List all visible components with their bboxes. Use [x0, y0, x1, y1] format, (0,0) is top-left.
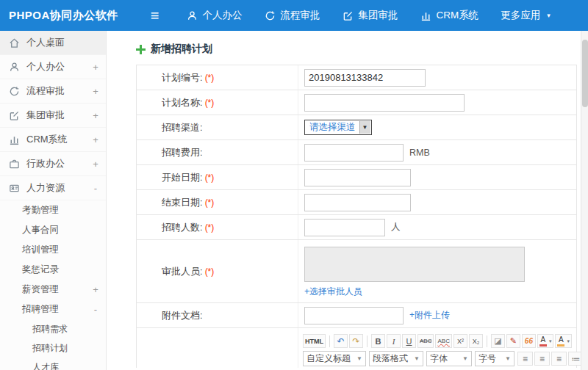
start-date-input[interactable] [304, 169, 411, 186]
expand-toggle[interactable]: + [91, 159, 100, 170]
headcount-input[interactable] [304, 219, 385, 236]
align-left-icon[interactable]: ≡ [517, 352, 533, 366]
page-title: 新增招聘计划 [136, 43, 579, 56]
sidebar-item-salary[interactable]: 薪资管理 + [0, 280, 106, 300]
field-label: 开始日期: [162, 171, 203, 184]
sidebar-item-workflow-approval[interactable]: 流程审批 + [0, 79, 106, 104]
attachment-upload-link[interactable]: +附件上传 [409, 309, 450, 322]
sidebar-item-group-approval[interactable]: 集团审批 + [0, 104, 106, 128]
sidebar-item-rewards[interactable]: 奖惩记录 [0, 260, 106, 280]
underline-button[interactable]: U [402, 334, 416, 348]
sidebar-item-training[interactable]: 培训管理 [0, 240, 106, 260]
topnav-label: 流程审批 [281, 9, 320, 22]
topnav-label: 集团审批 [359, 9, 398, 22]
align-right-icon[interactable]: ≡ [551, 352, 567, 366]
topnav-crm[interactable]: CRM系统 [409, 0, 490, 31]
field-label: 审批人员: [162, 265, 203, 278]
topnav-group-approval[interactable]: 集团审批 [331, 0, 409, 31]
recruit-plan-form: 计划编号: (*) 计划名称: (*) 招聘渠道: [136, 65, 577, 368]
fee-input[interactable] [304, 144, 404, 162]
person-icon [187, 10, 198, 21]
required-marker: (*) [205, 173, 215, 183]
eraser-icon[interactable]: ◪ [491, 334, 505, 348]
sidebar-item-personal-office[interactable]: 个人办公 + [0, 55, 106, 79]
format-brush-icon[interactable]: ✎ [506, 334, 520, 348]
sidebar-item-recruit-mgmt[interactable]: 招聘管理 - [0, 300, 106, 319]
redo-icon[interactable]: ↷ [349, 334, 363, 348]
html-source-button[interactable]: HTML [303, 334, 326, 348]
expand-toggle[interactable]: + [91, 62, 100, 73]
topnav-workflow-approval[interactable]: 流程审批 [254, 0, 331, 31]
sidebar-item-label: CRM系统 [26, 133, 68, 146]
bold-button[interactable]: B [371, 334, 385, 348]
sidebar-item-label: 人事合同 [22, 224, 59, 236]
sidebar-item-crm[interactable]: CRM系统 + [0, 128, 106, 152]
sidebar-item-label: 人力资源 [26, 181, 65, 195]
font-size-dropdown[interactable]: 字号 ▼ [475, 351, 514, 366]
approver-select-link[interactable]: +选择审批人员 [304, 286, 362, 298]
expand-toggle[interactable]: + [91, 134, 100, 145]
field-label: 招聘人数: [162, 221, 203, 234]
sidebar: 个人桌面 个人办公 + 流程审批 + 集团审批 + [0, 31, 107, 370]
topnav-label: 更多应用 [501, 9, 540, 22]
page-title-text: 新增招聘计划 [151, 43, 212, 56]
caret-down-icon: ▾ [547, 12, 551, 19]
field-label: 结束日期: [162, 196, 203, 209]
font-color-button[interactable]: A ▾ [537, 334, 554, 348]
app-logo[interactable]: PHPOA协同办公软件 [9, 9, 118, 23]
sidebar-item-contract[interactable]: 人事合同 [0, 220, 106, 240]
required-marker: (*) [205, 73, 215, 83]
highlight-color-button[interactable]: A ▾ [555, 334, 572, 348]
paragraph-format-dropdown[interactable]: 段落格式 ▼ [369, 351, 423, 366]
field-label: 招聘渠道: [162, 121, 203, 134]
sidebar-item-recruit-plan[interactable]: 招聘计划 [0, 338, 106, 358]
sidebar-item-recruit-demand[interactable]: 招聘需求 [0, 319, 106, 338]
italic-button[interactable]: I [387, 334, 401, 348]
menu-toggle-icon[interactable]: ≡ [151, 8, 159, 23]
briefcase-icon [9, 158, 21, 170]
attachment-row: 附件文档: +附件上传 [137, 303, 576, 328]
add-icon [136, 45, 146, 54]
expand-toggle[interactable]: + [91, 284, 100, 295]
highlight-color-swatch [557, 344, 564, 347]
sidebar-item-admin-office[interactable]: 行政办公 + [0, 152, 106, 176]
plan-no-input[interactable] [304, 69, 426, 87]
spellcheck-button[interactable]: ABC [435, 334, 451, 348]
strikethrough-button[interactable]: ABC [417, 334, 434, 348]
home-icon [9, 37, 21, 48]
expand-toggle[interactable]: + [91, 86, 100, 97]
blockquote-button[interactable]: 66 [522, 334, 536, 348]
sidebar-item-hr[interactable]: 人力资源 - [0, 176, 106, 200]
undo-icon[interactable]: ↶ [334, 334, 348, 348]
sidebar-item-attendance[interactable]: 考勤管理 [0, 200, 106, 220]
plan-name-input[interactable] [304, 94, 465, 112]
required-marker: (*) [205, 98, 215, 108]
sidebar-item-talent-pool[interactable]: 人才库 [0, 358, 106, 370]
dropdown-label: 段落格式 [373, 352, 408, 365]
topnav-more-apps[interactable]: 更多应用 ▾ [490, 0, 562, 31]
unit-suffix: 人 [391, 221, 401, 233]
flow-icon [9, 85, 21, 97]
recruit-channel-select[interactable]: 请选择渠道 ▼ [304, 120, 372, 135]
approver-textarea[interactable] [304, 247, 525, 282]
end-date-input[interactable] [304, 194, 411, 211]
expand-toggle[interactable]: + [91, 110, 100, 121]
collapse-toggle[interactable]: - [91, 304, 100, 315]
chart-icon [9, 134, 21, 145]
attachment-input[interactable] [304, 307, 404, 324]
sidebar-item-desktop[interactable]: 个人桌面 [0, 31, 106, 55]
superscript-button[interactable]: X² [453, 334, 467, 348]
plan-name-row: 计划名称: (*) [137, 90, 576, 115]
font-family-dropdown[interactable]: 字体 ▼ [426, 351, 472, 366]
custom-heading-dropdown[interactable]: 自定义标题 ▼ [303, 351, 366, 366]
vertical-scrollbar[interactable] [581, 31, 588, 370]
align-center-icon[interactable]: ≡ [534, 352, 550, 366]
id-card-icon [9, 182, 21, 194]
plan-no-row: 计划编号: (*) [137, 65, 576, 90]
topnav-personal-office[interactable]: 个人办公 [176, 0, 254, 31]
collapse-toggle[interactable]: - [91, 183, 100, 194]
subscript-button[interactable]: X₂ [469, 334, 483, 348]
sidebar-item-label: 招聘管理 [22, 303, 59, 316]
scrollbar-thumb[interactable] [582, 40, 588, 107]
headcount-row: 招聘人数: (*) 人 [137, 215, 576, 240]
